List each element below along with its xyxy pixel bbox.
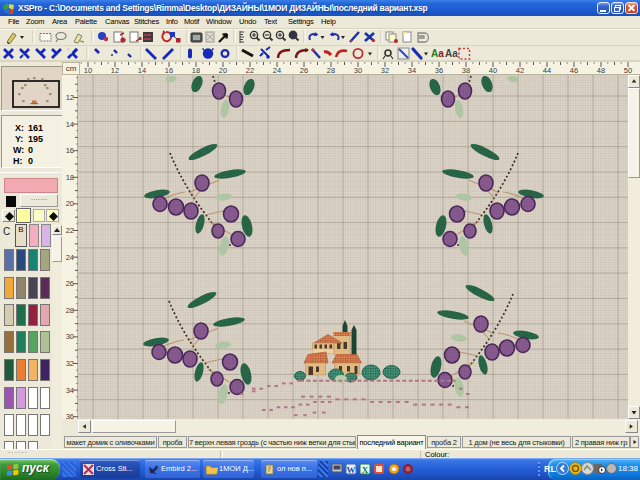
svg-text:34: 34 bbox=[408, 66, 416, 75]
svg-text:32: 32 bbox=[66, 359, 74, 368]
svg-text:X: X bbox=[362, 465, 369, 475]
svg-text:16: 16 bbox=[165, 66, 173, 75]
svg-text:14: 14 bbox=[66, 120, 74, 129]
svg-text:30: 30 bbox=[66, 332, 74, 341]
svg-text:Aa: Aa bbox=[445, 48, 458, 59]
svg-text:12: 12 bbox=[66, 93, 74, 102]
svg-text:42: 42 bbox=[516, 66, 524, 75]
svg-text:22: 22 bbox=[246, 66, 254, 75]
svg-text:50: 50 bbox=[624, 66, 632, 75]
svg-text:12: 12 bbox=[111, 66, 119, 75]
svg-text:20: 20 bbox=[219, 66, 227, 75]
svg-text:34: 34 bbox=[66, 386, 74, 395]
svg-text:18: 18 bbox=[192, 66, 200, 75]
svg-text:Aa: Aa bbox=[431, 48, 444, 59]
svg-text:28: 28 bbox=[66, 306, 74, 315]
svg-text:20: 20 bbox=[66, 199, 74, 208]
svg-text:26: 26 bbox=[300, 66, 308, 75]
svg-text:30: 30 bbox=[354, 66, 362, 75]
svg-text:46: 46 bbox=[570, 66, 578, 75]
svg-text:36: 36 bbox=[435, 66, 443, 75]
svg-text:24: 24 bbox=[66, 253, 74, 262]
svg-text:48: 48 bbox=[597, 66, 605, 75]
svg-text:14: 14 bbox=[138, 66, 146, 75]
svg-text:28: 28 bbox=[327, 66, 335, 75]
svg-text:32: 32 bbox=[381, 66, 389, 75]
svg-text:40: 40 bbox=[489, 66, 497, 75]
svg-text:10: 10 bbox=[84, 66, 92, 75]
svg-text:36: 36 bbox=[66, 412, 74, 419]
svg-text:44: 44 bbox=[543, 66, 551, 75]
svg-text:16: 16 bbox=[66, 146, 74, 155]
svg-text:26: 26 bbox=[66, 279, 74, 288]
svg-text:38: 38 bbox=[462, 66, 470, 75]
svg-text:24: 24 bbox=[273, 66, 281, 75]
svg-text:22: 22 bbox=[66, 226, 74, 235]
svg-text:18: 18 bbox=[66, 173, 74, 182]
svg-text:W: W bbox=[347, 465, 356, 475]
